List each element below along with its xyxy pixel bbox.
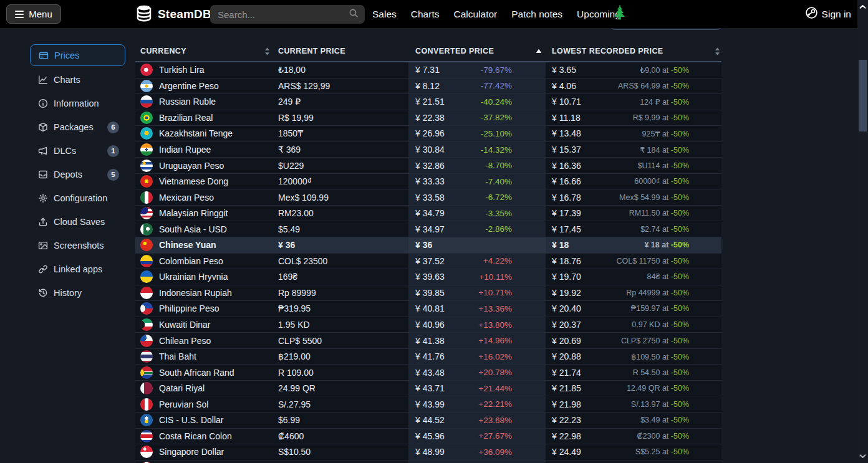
country-flag-icon (140, 382, 153, 394)
steamdb-brand[interactable]: SteamDB (135, 0, 211, 28)
sidebar-item-screenshots[interactable]: Screenshots (30, 234, 125, 257)
nav-link-charts[interactable]: Charts (411, 9, 440, 20)
lowest-price-detail: ₡2300 at -50% (637, 432, 721, 441)
lowest-price-discount: -50% (671, 320, 689, 329)
lowest-price-detail: COL$ 11750 at -50% (616, 257, 721, 265)
lowest-price-cell: ¥ 4.06ARS$ 64,99 at -50% (546, 79, 721, 94)
app-sidebar: PricesChartsInformationPackages6DLCs1Dep… (30, 44, 125, 305)
current-price-value: 120000₫ (278, 176, 312, 186)
sidebar-item-linked-apps[interactable]: Linked apps (30, 257, 125, 281)
currency-name: Turkish Lira (159, 65, 205, 75)
sidebar-item-charts[interactable]: Charts (30, 68, 125, 92)
lowest-price-value: ¥ 17.39 (552, 208, 581, 218)
currency-name: Mexican Peso (159, 193, 214, 203)
nav-link-patch-notes[interactable]: Patch notes (511, 9, 562, 20)
christmas-tree-icon[interactable] (613, 4, 627, 24)
lowest-price-discount: -50% (671, 66, 689, 75)
table-row: Costa Rican Colon₡4600¥ 45.96+27.67%¥ 22… (135, 429, 721, 445)
converted-price-cell: ¥ 34.79-3.35% (408, 206, 546, 221)
converted-price-cell: ¥ 37.52+4.22% (408, 254, 546, 269)
price-change-percent: -77.42% (481, 81, 546, 90)
lowest-price-discount: -50% (671, 400, 689, 409)
converted-price-value: ¥ 34.79 (415, 208, 445, 218)
table-body: Turkish Lira₺18,00¥ 7.31-79.67%¥ 3.65₺9,… (135, 62, 721, 463)
nav-link-sales[interactable]: Sales (372, 9, 397, 20)
lowest-price-cell: ¥ 20.40₱159.97 at -50% (546, 301, 721, 317)
column-header-converted[interactable]: CONVERTED PRICE (408, 47, 546, 55)
lowest-price-value: ¥ 11.18 (552, 113, 581, 123)
table-row: Uruguayan Peso$U229¥ 32.86-8.70%¥ 16.36$… (135, 158, 721, 174)
current-price-value: ฿219.00 (278, 351, 311, 361)
country-flag-icon (140, 160, 153, 172)
sidebar-item-depots[interactable]: Depots5 (30, 163, 125, 186)
sidebar-item-history[interactable]: History (30, 281, 125, 305)
scroll-down-arrow-icon[interactable] (857, 451, 868, 461)
current-price-value: 24.99 QR (278, 383, 316, 393)
page-scrollbar[interactable] (857, 0, 868, 463)
sidebar-item-label: Cloud Saves (54, 217, 105, 227)
lowest-price-detail: R 54.50 at -50% (633, 368, 721, 377)
sidebar-item-dlcs[interactable]: DLCs1 (30, 139, 125, 163)
lowest-price-discount: -50% (671, 368, 689, 377)
lowest-price-discount: -50% (671, 416, 689, 424)
charts-icon (38, 75, 48, 85)
sort-toggle-icon (715, 47, 720, 55)
price-change-percent: +10.71% (478, 288, 546, 297)
lowest-price-discount: -50% (671, 225, 689, 234)
lowest-price-original: R$ 9,99 at (633, 113, 669, 122)
table-header-row: CURRENCYCURRENT PRICECONVERTED PRICELOWE… (135, 41, 721, 62)
price-change-percent: +23.68% (478, 416, 546, 425)
lowest-price-original: ₱159.97 at (631, 304, 668, 313)
converted-price-value: ¥ 26.96 (415, 128, 445, 138)
current-price-value: $U229 (278, 161, 304, 171)
converted-price-cell: ¥ 48.99+36.09% (408, 444, 546, 460)
sidebar-item-prices[interactable]: Prices (30, 44, 125, 66)
sidebar-item-configuration[interactable]: Configuration (30, 186, 125, 210)
currency-name: Vietnamese Dong (159, 176, 228, 186)
country-flag-icon (140, 430, 153, 442)
sidebar-item-label: Screenshots (54, 241, 104, 251)
lowest-price-cell: ¥ 17.45$2.74 at -50% (546, 221, 721, 237)
table-row: Russian Ruble249 ₽¥ 21.51-40.24%¥ 10.711… (135, 94, 721, 110)
column-header-currency[interactable]: CURRENCY (135, 47, 277, 55)
converted-price-value: ¥ 48.99 (415, 447, 445, 457)
table-row: Kazakhstani Tenge1850₸¥ 26.96-25.10%¥ 13… (135, 126, 721, 142)
column-header-lowest[interactable]: LOWEST RECORDED PRICE (546, 47, 721, 55)
lowest-price-discount: -50% (671, 289, 689, 297)
price-change-percent: +27.67% (478, 431, 546, 441)
nav-link-calculator[interactable]: Calculator (453, 9, 497, 20)
converted-price-value: ¥ 41.76 (415, 351, 445, 361)
sidebar-item-cloud-saves[interactable]: Cloud Saves (30, 210, 125, 234)
search-input[interactable] (218, 9, 349, 20)
currency-cell: Philippine Peso (135, 301, 277, 317)
lowest-price-value: ¥ 20.40 (552, 303, 581, 313)
lowest-price-discount: -50% (671, 177, 689, 186)
dlcs-icon (38, 146, 48, 156)
table-row: Thai Baht฿219.00¥ 41.76+16.02%¥ 20.88฿10… (135, 349, 721, 365)
currency-name: Qatari Riyal (159, 383, 205, 393)
country-flag-icon (140, 127, 153, 140)
sidebar-item-packages[interactable]: Packages6 (30, 115, 125, 139)
sidebar-item-information[interactable]: Information (30, 92, 125, 115)
price-change-percent: -6.72% (485, 193, 546, 202)
converted-price-cell: ¥ 22.38-37.82% (408, 110, 546, 126)
scrollbar-thumb[interactable] (859, 60, 867, 131)
lowest-price-cell: ¥ 16.78Mex$ 54.99 at -50% (546, 189, 721, 205)
search-box[interactable] (210, 5, 365, 24)
lowest-price-detail: R$ 9,99 at -50% (633, 113, 721, 122)
lowest-price-cell: ¥ 19.7084₴ at -50% (546, 269, 721, 285)
scroll-up-arrow-icon[interactable] (857, 2, 868, 12)
converted-price-value: ¥ 32.86 (415, 161, 445, 171)
nav-links: SalesChartsCalculatorPatch notesUpcoming (372, 0, 620, 28)
currency-name: South African Rand (159, 368, 234, 378)
currency-cell: South African Rand (135, 365, 277, 380)
menu-button[interactable]: Menu (6, 4, 61, 24)
currency-name: Singapore Dollar (159, 447, 224, 457)
sign-in-button[interactable]: Sign in (806, 0, 851, 28)
current-price-value: 1.95 KD (278, 320, 310, 330)
country-flag-icon (140, 287, 153, 299)
lowest-price-cell: ¥ 13.48925₸ at -50% (546, 126, 721, 141)
lowest-price-cell: ¥ 20.370.97 KD at -50% (546, 317, 721, 333)
country-flag-icon (140, 366, 153, 379)
current-price-cell: $U229 (277, 158, 408, 173)
